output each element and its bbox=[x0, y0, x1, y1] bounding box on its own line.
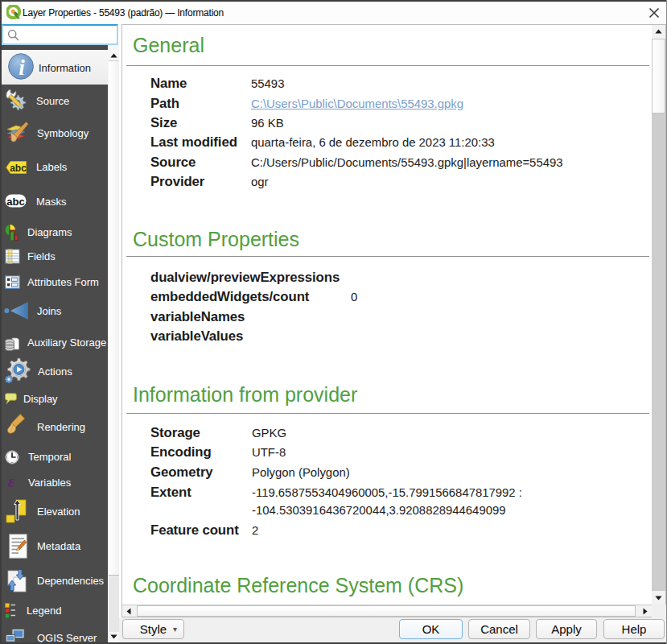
svg-text:i: i bbox=[19, 56, 25, 80]
svg-text:abc: abc bbox=[6, 196, 24, 208]
svg-text:ε: ε bbox=[8, 474, 15, 489]
svg-text:abc: abc bbox=[10, 163, 27, 174]
